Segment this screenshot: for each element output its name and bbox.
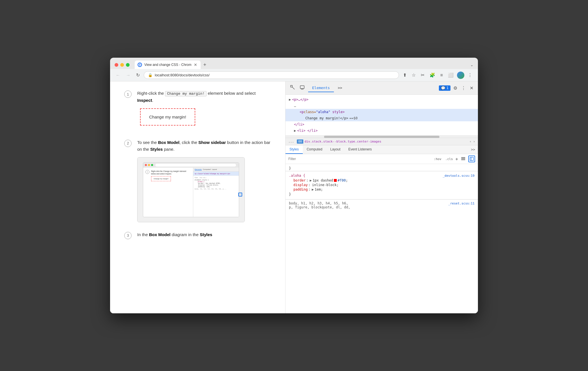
share-button[interactable]: ⬆ (401, 71, 408, 79)
minimize-button[interactable] (120, 63, 124, 67)
maximize-button[interactable] (126, 63, 130, 67)
url-text: localhost:8080/docs/devtools/css/ (155, 73, 395, 77)
notification-badge[interactable]: 💬 1 (439, 85, 450, 91)
extensions-button[interactable]: 🧩 (428, 71, 437, 79)
step-1-body: Right-click the Change my margin! elemen… (137, 90, 271, 130)
device-toolbar-button[interactable] (299, 84, 306, 92)
color-swatch-red[interactable] (334, 179, 337, 182)
tab-more-styles[interactable]: >> (468, 146, 478, 154)
chat-icon: 💬 (441, 86, 445, 90)
breadcrumb-number: 00 (297, 139, 303, 144)
styles-bold-3: Styles (200, 232, 212, 237)
tab-elements[interactable]: Elements (308, 84, 334, 92)
sidebar-button[interactable]: ⬜ (446, 71, 455, 79)
filter-pills: :hov .cls + (432, 156, 458, 162)
nav-actions: ⬆ ☆ ✂ 🧩 ≡ ⬜ ⋮ (401, 71, 474, 79)
step-2-body: To see the Box Model, click the Show sid… (137, 139, 271, 222)
tab-controls-right: ⌄ (470, 62, 473, 69)
active-tab[interactable]: View and change CSS - Chrom ✕ (135, 61, 201, 69)
body-selector-extra: p, figure, blockquote, dl, dd, (289, 205, 475, 209)
browser-window: View and change CSS - Chrom ✕ + ⌄ ← → ↻ … (110, 58, 478, 313)
step-1-text: Right-click the Change my margin! elemen… (137, 90, 271, 104)
dom-row-li-collapsed[interactable]: ▶ <li> </li> (286, 128, 478, 134)
dom-scrollbar[interactable] (286, 136, 478, 138)
svg-rect-2 (300, 86, 304, 89)
change-margin-code: Change my margin! (165, 91, 207, 96)
notification-count: 1 (447, 86, 448, 90)
box-model-bold: Box Model (158, 140, 179, 145)
step-number-2: 2 (124, 140, 132, 147)
styles-bold: Styles (150, 147, 163, 152)
dom-scroll-track (324, 136, 439, 138)
inspect-element-button[interactable] (289, 84, 296, 92)
step-number-1: 1 (124, 90, 132, 98)
inspect-bold: Inspect (137, 98, 152, 103)
body-selector-extra-text: p, figure, blockquote, dl, dd, (289, 205, 350, 209)
css-close-brace-aloha: } (289, 192, 475, 197)
show-sidebar-bold: Show sidebar (198, 140, 226, 145)
css-border-row[interactable]: border : ▶ 1px dashed #f00 ; (289, 178, 475, 183)
navbar: ← → ↻ 🔒 localhost:8080/docs/devtools/css… (110, 69, 478, 81)
tab-styles[interactable]: Styles (286, 145, 303, 154)
body-rule-header: body, h1, h2, h3, h4, h5, h6, _reset.scs… (289, 201, 475, 205)
devtools-more-button[interactable]: ⋮ (460, 84, 467, 92)
demo-box[interactable]: Change my margin! (140, 108, 195, 126)
add-filter-button[interactable]: + (455, 156, 458, 162)
css-source-aloha[interactable]: _devtools.scss:19 (443, 174, 475, 178)
svg-rect-5 (461, 158, 465, 159)
step-3-text: In the Box Model diagram in the Styles (137, 231, 271, 238)
new-tab-button[interactable]: + (201, 61, 209, 69)
css-selector-aloha[interactable]: .aloha { (289, 174, 305, 178)
reload-button[interactable]: ↻ (134, 71, 141, 79)
step-number-3: 3 (124, 232, 132, 239)
body-source[interactable]: _reset.scss:11 (448, 202, 475, 205)
reading-list-button[interactable]: ≡ (439, 72, 445, 79)
layers-button[interactable] (460, 156, 466, 162)
devtools-close-button[interactable]: ✕ (469, 84, 475, 92)
css-padding-row[interactable]: padding : ▶ 1em ; (289, 187, 475, 192)
step-1: 1 Right-click the Change my margin! elem… (124, 90, 271, 130)
dom-row-text: Change my margin!</p> == $0 (286, 115, 478, 121)
padding-expand-arrow[interactable]: ▶ (312, 187, 314, 191)
back-button[interactable]: ← (114, 72, 122, 79)
address-bar[interactable]: 🔒 localhost:8080/docs/devtools/css/ (144, 71, 399, 79)
dom-row-p-collapsed[interactable]: ▶ <p>…</p> (286, 96, 478, 103)
dom-row-li-close[interactable]: </li> (286, 121, 478, 128)
svg-rect-3 (301, 89, 303, 89)
devtools-settings-button[interactable]: ⚙ (452, 84, 458, 92)
hov-filter[interactable]: :hov (432, 157, 443, 161)
border-expand-arrow[interactable]: ▶ (310, 178, 312, 182)
filter-input[interactable] (288, 157, 430, 161)
scissors-icon[interactable]: ✂ (419, 71, 426, 79)
breadcrumb-bar: ... 00 div.stack.stack--block.type.cente… (286, 138, 478, 145)
profile-avatar[interactable] (457, 72, 464, 79)
tab-computed[interactable]: Computed (303, 145, 326, 154)
styles-tabs: Styles Computed Layout Event Listeners >… (286, 145, 478, 154)
screenshot-thumbnail: 1 Right-click the Change my margin! elem… (137, 157, 245, 222)
content-area: 1 Right-click the Change my margin! elem… (110, 81, 478, 313)
tab-event-listeners[interactable]: Event Listeners (344, 145, 376, 154)
cls-filter[interactable]: .cls (444, 157, 454, 161)
devtools-header: Elements >> 💬 1 ⚙ ⋮ ✕ (286, 81, 478, 95)
li-collapse-triangle[interactable]: ▶ (294, 128, 296, 133)
forward-button[interactable]: → (124, 72, 132, 79)
bookmark-button[interactable]: ☆ (410, 71, 417, 79)
css-close-brace: } (286, 164, 478, 171)
tab-favicon (138, 62, 142, 67)
breadcrumb-more[interactable]: ‹ › (469, 140, 475, 143)
tab-close-button[interactable]: ✕ (194, 63, 197, 67)
chevron-down-icon[interactable]: ⌄ (470, 63, 473, 67)
collapse-triangle[interactable]: ▶ (289, 97, 291, 102)
show-sidebar-button[interactable] (468, 156, 475, 162)
css-display-row[interactable]: display : inline-block ; (289, 183, 475, 187)
breadcrumb-dots[interactable]: ... (288, 140, 294, 143)
close-button[interactable] (115, 63, 118, 67)
breadcrumb-path[interactable]: div.stack.stack--block.type.center-image… (304, 140, 468, 143)
body-selector[interactable]: body, h1, h2, h3, h4, h5, h6, (289, 201, 348, 205)
tab-more[interactable]: >> (334, 84, 346, 92)
page-content: 1 Right-click the Change my margin! elem… (110, 81, 286, 313)
dom-dollar: $0 (353, 116, 357, 121)
tab-layout[interactable]: Layout (326, 145, 344, 154)
dom-row-p-aloha[interactable]: <p class= "aloha" style> (286, 109, 478, 115)
more-menu-button[interactable]: ⋮ (466, 71, 474, 79)
